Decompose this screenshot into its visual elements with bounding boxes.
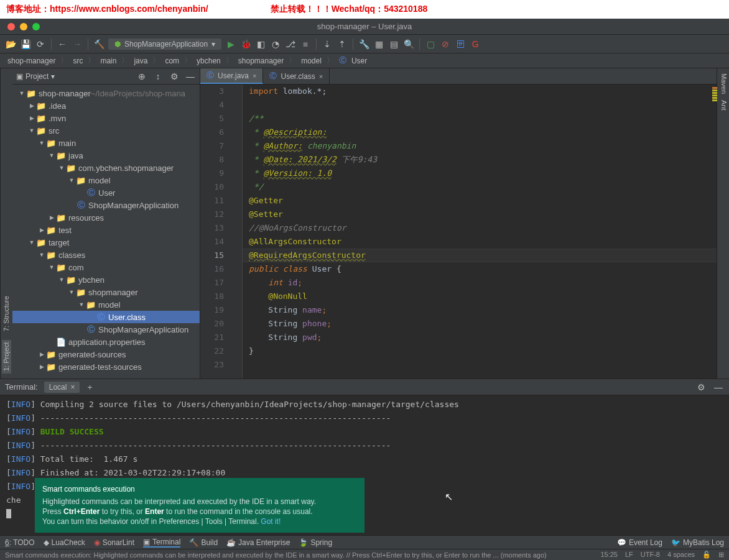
tool-tab[interactable]: ◉SonarLint [94,538,134,547]
traffic-lights[interactable] [0,23,40,30]
misc1-icon[interactable]: ▢ [425,39,436,50]
breadcrumb-item[interactable]: java [131,57,150,65]
stop-icon[interactable]: ■ [300,39,311,50]
restclient-icon[interactable]: ▦ [373,39,384,50]
breadcrumb-item[interactable]: ybchen [194,57,223,65]
tool-tab[interactable]: ☕Java Enterprise [226,538,290,547]
editor-tab[interactable]: ⒸUser.java× [200,68,263,84]
tool-tab[interactable]: ◆LuaCheck [44,538,85,547]
close-icon[interactable]: × [253,72,256,80]
gear-icon[interactable]: ⚙ [169,71,180,82]
tool-tab[interactable]: 🍃Spring [299,538,332,547]
editor-tab[interactable]: ⒸUser.class× [263,68,330,84]
fold-column[interactable] [230,85,243,379]
translate-icon[interactable]: 🈂 [455,39,466,50]
tree-item[interactable]: ▼📁ybchen [12,273,200,286]
tree-item[interactable]: ▼📁model [12,298,200,311]
minimize-window-icon[interactable] [20,23,27,30]
structure-icon[interactable]: ▤ [388,39,399,50]
add-tab-icon[interactable]: ＋ [86,382,94,393]
tool-tab[interactable]: ▣Terminal [143,538,180,548]
gear-icon[interactable]: ⚙ [695,382,707,393]
tree-item[interactable]: ▼📁com.ybchen.shopmanager [12,162,200,174]
coverage-icon[interactable]: ◧ [255,39,266,50]
tree-item[interactable]: ▶📁.idea [12,99,200,112]
tool-tab[interactable]: 🐦MyBatis Log [671,538,724,547]
profile-icon[interactable]: ◔ [270,39,281,50]
misc2-icon[interactable]: ⊘ [440,39,451,50]
expand-icon[interactable]: ↕ [152,71,164,82]
run-config-selector[interactable]: ⬢ ShopManagerApplication ▾ [108,39,221,50]
close-window-icon[interactable] [7,23,15,30]
tool-tab[interactable]: 🔨Build [189,538,218,547]
tree-item[interactable]: ▶📁resources [12,211,200,224]
search-icon[interactable]: 🔍 [403,39,414,50]
tree-item[interactable]: ⒸUser [12,186,200,199]
close-icon[interactable]: × [70,383,75,392]
breadcrumb-item[interactable]: model [299,57,324,65]
tree-item[interactable]: ▶📁test [12,224,200,236]
tree-item[interactable]: ⒸShopManagerApplication [12,199,200,211]
tool-tab[interactable]: 6: TODO [5,538,35,547]
breadcrumb-item[interactable]: shop-manager [5,57,58,65]
file-encoding[interactable]: UTF-8 [641,551,660,559]
project-view-selector[interactable]: ▣ Project ▾ [16,72,55,81]
breadcrumb-item[interactable]: com [162,57,182,65]
tree-item[interactable]: ⒸUser.class [12,311,200,323]
breadcrumb-item[interactable]: User [349,57,369,65]
debug-icon[interactable]: 🐞 [240,39,251,50]
breadcrumb[interactable]: shop-manager〉src〉main〉java〉com〉ybchen〉sh… [0,53,729,68]
tree-item[interactable]: 📄application.properties [12,336,200,348]
tree-item[interactable]: ▼📁classes [12,249,200,261]
tree-item[interactable]: ▼📁model [12,174,200,186]
breadcrumb-item[interactable]: main [98,57,119,65]
terminal-tab-local[interactable]: Local × [44,382,80,393]
project-tree[interactable]: ▼📁shop-manager ~/IdeaProjects/shop-mana▶… [12,85,200,379]
forward-icon[interactable]: → [72,39,83,50]
target-icon[interactable]: ⊕ [136,71,147,82]
hide-icon[interactable]: — [185,71,196,82]
tree-item[interactable]: ▼📁target [12,236,200,249]
indent-status[interactable]: 4 spaces [667,551,695,559]
tree-item[interactable]: ▼📁shop-manager ~/IdeaProjects/shop-mana [12,87,200,99]
line-separator[interactable]: LF [625,551,633,559]
breadcrumb-item[interactable]: src [70,57,85,65]
tree-item[interactable]: ▶📁generated-test-sources [12,360,200,373]
got-it-link[interactable]: Got it! [261,517,281,526]
sync-icon[interactable]: ⟳ [35,39,46,50]
tree-item[interactable]: ⒸShopManagerApplication [12,323,200,336]
tree-item[interactable]: ▼📁main [12,137,200,149]
vcs-commit-icon[interactable]: ⇡ [337,39,348,50]
goto-line-icon[interactable]: ⊞ [718,551,724,559]
run-icon[interactable]: ▶ [225,39,236,50]
readonly-icon[interactable]: 🔓 [702,551,711,559]
line-gutter[interactable]: 34567891011121314151617181920212223 [200,85,230,379]
attach-icon[interactable]: ⎇ [285,39,296,50]
close-icon[interactable]: × [319,73,323,80]
cursor-position[interactable]: 15:25 [600,551,618,559]
hide-icon[interactable]: — [713,382,724,393]
tool-tab[interactable]: 💬Event Log [617,538,662,547]
tree-item[interactable]: ▼📁java [12,149,200,162]
tab-maven[interactable]: Maven [718,73,728,94]
wrench-icon[interactable]: 🔧 [358,39,369,50]
tab-structure[interactable]: 7: Structure [2,293,11,334]
status-message: Smart commands execution: Highlighted co… [5,551,593,559]
vcs-update-icon[interactable]: ⇣ [322,39,333,50]
tree-item[interactable]: ▶📁generated-sources [12,348,200,360]
code-area[interactable]: import lombok.*; /** * @Description: * @… [243,85,717,379]
tree-item[interactable]: ▼📁src [12,124,200,137]
open-icon[interactable]: 📂 [5,39,16,50]
breadcrumb-item[interactable]: shopmanager [236,57,286,65]
window-titlebar: shop-manager – User.java [0,19,729,35]
back-icon[interactable]: ← [57,39,68,50]
tree-item[interactable]: ▼📁com [12,261,200,273]
save-icon[interactable]: 💾 [20,39,31,50]
tree-item[interactable]: ▶📁.mvn [12,112,200,124]
tab-ant[interactable]: Ant [718,100,728,111]
google-icon[interactable]: G [470,39,481,50]
zoom-window-icon[interactable] [32,23,40,30]
hammer-icon[interactable]: 🔨 [93,39,104,50]
tab-project[interactable]: 1: Project [2,340,11,374]
tree-item[interactable]: ▼📁shopmanager [12,286,200,298]
